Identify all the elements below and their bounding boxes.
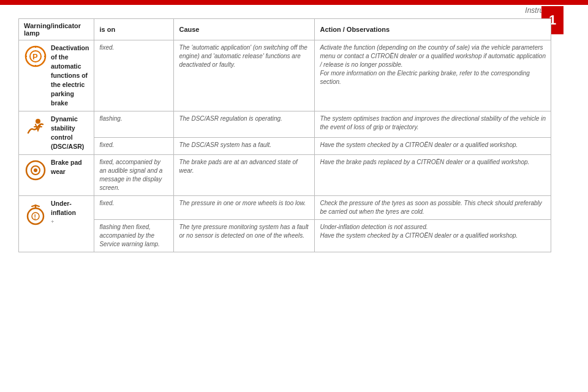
ison-cell-tyre-flash: flashing then fixed, accompanied by the …	[94, 220, 174, 252]
col-header-ison: is on	[94, 19, 174, 40]
svg-point-10	[34, 168, 37, 172]
action-cell-dsc-flash: The system optimises traction and improv…	[315, 111, 551, 138]
ison-cell-dsc-flash: flashing.	[94, 111, 174, 138]
brake-pad-label: Brake pad wear	[51, 158, 89, 176]
brake-pad-icon	[24, 159, 47, 181]
cause-cell-tyre-fixed: The pressure in one or more wheels is to…	[174, 196, 315, 220]
parking-brake-icon: P	[24, 45, 47, 68]
svg-text:!: !	[34, 214, 36, 221]
dsc-label: Dynamic stability control (DSC/ASR)	[51, 115, 89, 151]
main-table: Warning/indicator lamp is on Cause Actio…	[18, 18, 551, 252]
ison-cell-tyre-fixed: fixed.	[94, 196, 174, 220]
parking-brake-icon-wrapper: P	[24, 43, 47, 68]
dsc-icon-wrapper	[24, 115, 47, 138]
ison-cell-dsc-fixed: fixed.	[94, 138, 174, 155]
table-row: ! Under-inflation	[19, 196, 551, 220]
cause-cell-parking: The 'automatic application' (on switchin…	[174, 40, 315, 111]
brake-pad-icon-wrapper	[24, 158, 47, 181]
warning-cell-brake: Brake pad wear	[19, 155, 94, 196]
action-cell-brake: Have the brake pads replaced by a CITROË…	[315, 155, 551, 196]
warning-cell-parking: P Deactivation of the automatic function…	[19, 40, 94, 111]
parking-brake-label: Deactivation of the automatic functions …	[51, 43, 89, 108]
table-header-row: Warning/indicator lamp is on Cause Actio…	[19, 19, 551, 40]
svg-text:P: P	[32, 52, 38, 61]
action-cell-tyre-flash: Under-inflation detection is not assured…	[315, 220, 551, 252]
table-row: Brake pad wear fixed, accompanied by an …	[19, 155, 551, 196]
warning-cell-dsc: Dynamic stability control (DSC/ASR)	[19, 111, 94, 155]
page-header: Instruments 1	[525, 6, 564, 15]
action-cell-dsc-fixed: Have the system checked by a CITROËN dea…	[315, 138, 551, 155]
tyre-label: Under-inflation +	[51, 199, 89, 226]
cause-cell-dsc-flash: The DSC/ASR regulation is operating.	[174, 111, 315, 138]
dsc-icon	[24, 116, 47, 138]
ison-cell-parking: fixed.	[94, 40, 174, 111]
ison-cell-brake: fixed, accompanied by an audible signal …	[94, 155, 174, 196]
cause-cell-tyre-flash: The tyre pressure monitoring system has …	[174, 220, 315, 252]
table-row: Dynamic stability control (DSC/ASR) flas…	[19, 111, 551, 138]
tyre-icon: !	[25, 200, 46, 226]
action-cell-tyre-fixed: Check the pressure of the tyres as soon …	[315, 196, 551, 220]
table-row: fixed. The DSC/ASR system has a fault. H…	[19, 138, 551, 155]
col-header-cause: Cause	[174, 19, 315, 40]
svg-point-7	[36, 119, 40, 124]
page-container: Instruments 1 Warning/indicator lamp is …	[0, 0, 588, 392]
table-container: Warning/indicator lamp is on Cause Actio…	[18, 18, 551, 380]
warning-cell-tyre: ! Under-inflation	[19, 196, 94, 252]
cause-cell-brake: The brake pads are at an advanced state …	[174, 155, 315, 196]
col-header-warning: Warning/indicator lamp	[19, 19, 94, 40]
action-cell-parking: Activate the function (depending on the …	[315, 40, 551, 111]
cause-cell-dsc-fixed: The DSC/ASR system has a fault.	[174, 138, 315, 155]
table-row: flashing then fixed, accompanied by the …	[19, 220, 551, 252]
table-row: P Deactivation of the automatic function…	[19, 40, 551, 111]
col-header-action: Action / Observations	[315, 19, 551, 40]
top-red-bar	[0, 0, 588, 5]
tyre-plus-indicator: +	[51, 219, 54, 225]
tyre-icon-wrapper: !	[24, 199, 47, 226]
